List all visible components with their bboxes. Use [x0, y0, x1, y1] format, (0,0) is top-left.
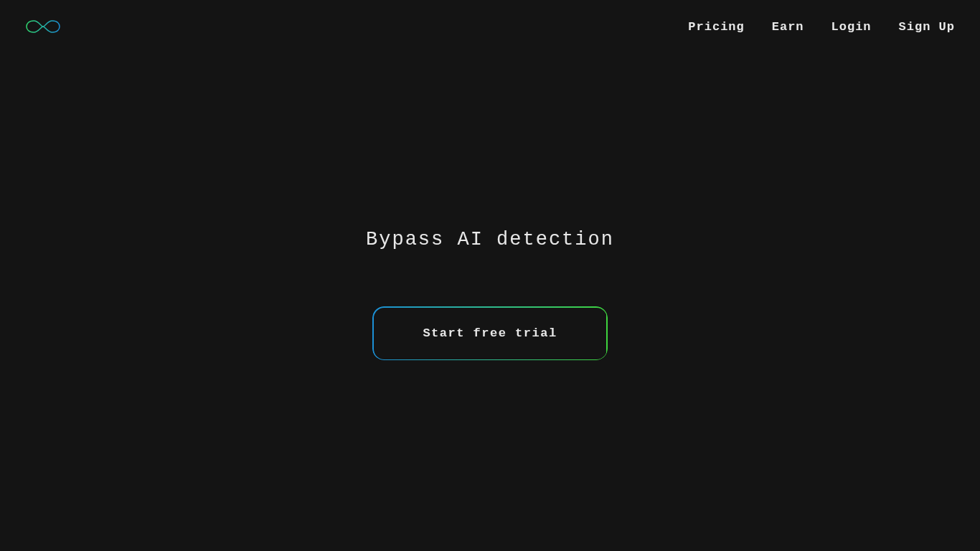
logo[interactable]	[25, 18, 61, 35]
nav-link-signup[interactable]: Sign Up	[899, 20, 955, 34]
start-free-trial-button[interactable]: Start free trial	[372, 306, 607, 360]
main-nav: Pricing Earn Login Sign Up	[688, 20, 955, 34]
header: Pricing Earn Login Sign Up	[0, 0, 980, 53]
hero-section: Bypass AI detection Start free trial	[0, 229, 980, 360]
hero-title: Bypass AI detection	[366, 229, 614, 250]
nav-link-pricing[interactable]: Pricing	[688, 20, 744, 34]
nav-link-earn[interactable]: Earn	[772, 20, 804, 34]
infinity-icon	[25, 18, 61, 35]
nav-link-login[interactable]: Login	[831, 20, 872, 34]
